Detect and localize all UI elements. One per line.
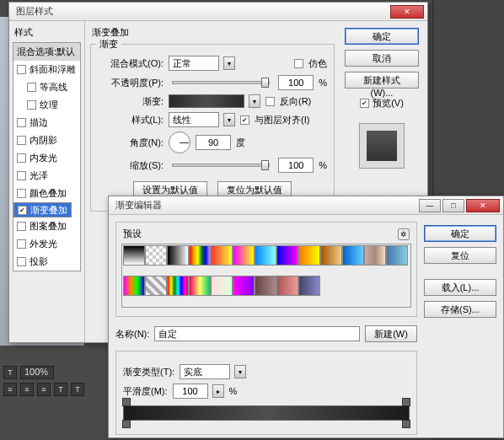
preset-swatch[interactable] [364, 245, 386, 266]
preset-swatch[interactable] [255, 276, 276, 296]
opacity-slider[interactable] [172, 81, 270, 84]
preview-checkbox[interactable] [360, 99, 369, 108]
preset-swatch[interactable] [123, 276, 145, 296]
scale-slider[interactable] [172, 164, 270, 167]
zoom-value[interactable]: 100% [20, 366, 54, 379]
gradient-bar[interactable] [123, 405, 410, 421]
cancel-button[interactable]: 取消 [345, 50, 419, 67]
style-item[interactable]: 光泽 [13, 167, 80, 185]
style-checkbox[interactable] [17, 189, 26, 198]
ok-button[interactable]: 确定 [345, 28, 419, 45]
style-label: 光泽 [29, 169, 48, 182]
align-left-icon[interactable]: ≡ [3, 383, 17, 396]
close-button[interactable]: ✕ [390, 5, 424, 19]
gradient-preview[interactable] [169, 94, 244, 108]
style-checkbox[interactable] [17, 118, 26, 127]
style-checkbox[interactable] [17, 222, 26, 231]
gradient-picker-icon[interactable]: ▾ [249, 94, 260, 108]
titlebar[interactable]: 图层样式 ✕ [9, 3, 427, 21]
blend-mode-select[interactable]: 正常 [169, 56, 219, 71]
preset-swatch[interactable] [145, 276, 167, 296]
load-button[interactable]: 载入(L)... [424, 279, 496, 296]
preset-swatch[interactable] [123, 245, 145, 266]
gradient-style-select[interactable]: 线性 [169, 112, 219, 127]
style-item[interactable]: 等高线 [13, 78, 80, 96]
preset-swatch[interactable] [233, 276, 255, 296]
type-select[interactable]: 实底 [180, 364, 230, 379]
style-item[interactable]: 渐变叠加 [13, 202, 72, 217]
style-checkbox[interactable] [17, 153, 26, 163]
preset-swatch[interactable] [342, 245, 364, 266]
text-icon[interactable]: T [71, 383, 84, 396]
style-checkbox[interactable] [17, 136, 26, 145]
style-checkbox[interactable] [17, 257, 26, 266]
type-tool-icon[interactable]: T [3, 366, 17, 379]
new-style-button[interactable]: 新建样式(W)... [345, 72, 419, 89]
style-item[interactable]: 描边 [13, 114, 80, 131]
smooth-value[interactable]: 100 [173, 384, 208, 399]
style-item[interactable]: 图案叠加 [13, 217, 80, 235]
preset-swatch[interactable] [386, 245, 408, 266]
opacity-stop[interactable] [402, 398, 410, 406]
minimize-button[interactable]: — [419, 199, 441, 212]
style-label: 渐变叠加 [30, 204, 67, 217]
style-checkbox[interactable] [18, 206, 27, 215]
style-item[interactable]: 混合选项:默认 [13, 43, 80, 61]
preset-swatch[interactable] [298, 276, 320, 296]
style-item[interactable]: 内阴影 [13, 131, 80, 149]
dropdown-icon[interactable]: ▾ [234, 365, 246, 378]
close-button[interactable]: ✕ [466, 199, 500, 212]
maximize-button[interactable]: □ [442, 199, 464, 212]
subsection-title: 渐变 [96, 38, 121, 51]
reset-button[interactable]: 复位 [424, 247, 496, 264]
scale-value[interactable]: 100 [278, 158, 314, 173]
new-button[interactable]: 新建(W) [365, 325, 417, 342]
preset-swatch[interactable] [189, 245, 211, 266]
preset-swatch[interactable] [167, 245, 189, 266]
style-checkbox[interactable] [17, 65, 26, 74]
dither-checkbox[interactable] [294, 59, 303, 68]
dropdown-icon[interactable]: ▾ [223, 56, 235, 70]
preset-swatch[interactable] [298, 245, 320, 266]
preset-swatch[interactable] [167, 276, 189, 296]
color-stop[interactable] [402, 420, 410, 428]
style-item[interactable]: 颜色叠加 [13, 185, 80, 202]
preset-swatch[interactable] [145, 245, 167, 266]
style-item[interactable]: 斜面和浮雕 [13, 61, 80, 78]
preset-swatch[interactable] [233, 245, 255, 266]
preset-swatch[interactable] [211, 276, 233, 296]
ok-button[interactable]: 确定 [424, 225, 496, 242]
style-checkbox[interactable] [17, 171, 26, 180]
style-item[interactable]: 外发光 [13, 235, 80, 253]
dropdown-icon[interactable]: ▾ [223, 113, 235, 126]
reverse-checkbox[interactable] [265, 97, 275, 106]
styles-column: 样式 混合选项:默认斜面和浮雕等高线纹理描边内阴影内发光光泽颜色叠加渐变叠加图案… [9, 21, 85, 342]
dialog-title: 图层样式 [13, 5, 390, 18]
preset-swatch[interactable] [320, 245, 342, 266]
dropdown-icon[interactable]: ▸ [212, 384, 224, 398]
preset-swatch[interactable] [276, 245, 298, 266]
preset-swatch[interactable] [276, 276, 298, 296]
style-item[interactable]: 投影 [13, 253, 80, 271]
angle-dial[interactable] [169, 131, 190, 153]
angle-value[interactable]: 90 [196, 135, 231, 150]
preset-swatch[interactable] [255, 245, 276, 266]
style-checkbox[interactable] [27, 83, 36, 92]
opacity-stop[interactable] [122, 398, 131, 406]
align-checkbox[interactable] [240, 115, 249, 125]
text-icon[interactable]: T [54, 383, 67, 396]
titlebar[interactable]: 渐变编辑器 — □ ✕ [109, 196, 503, 215]
align-center-icon[interactable]: ≡ [20, 383, 34, 396]
preset-swatch[interactable] [189, 276, 211, 296]
align-right-icon[interactable]: ≡ [37, 383, 51, 396]
style-checkbox[interactable] [27, 100, 36, 110]
name-input[interactable] [154, 326, 360, 341]
style-item[interactable]: 纹理 [13, 96, 80, 114]
opacity-value[interactable]: 100 [278, 75, 314, 90]
gear-icon[interactable]: ✲ [398, 228, 410, 240]
style-checkbox[interactable] [17, 239, 26, 249]
save-button[interactable]: 存储(S)... [424, 301, 496, 318]
color-stop[interactable] [122, 420, 131, 428]
style-item[interactable]: 内发光 [13, 149, 80, 167]
preset-swatch[interactable] [211, 245, 233, 266]
